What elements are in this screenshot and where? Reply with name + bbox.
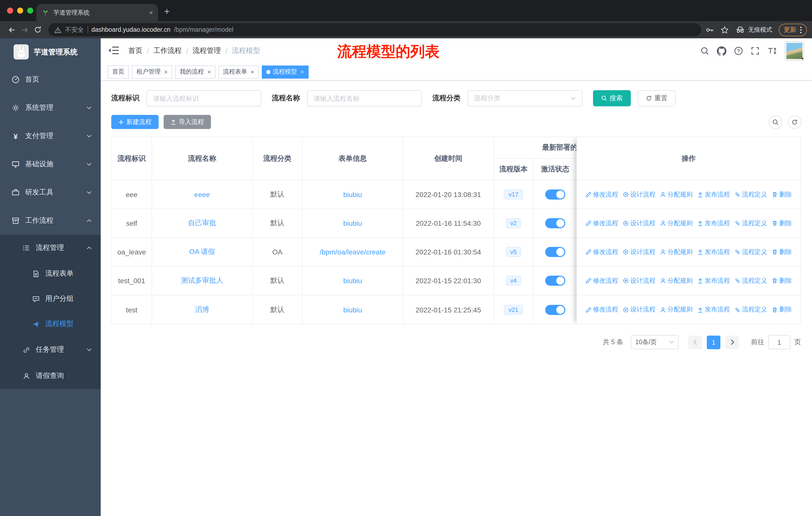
model-id-input[interactable]	[146, 90, 261, 106]
security-warning-icon[interactable]	[54, 26, 61, 33]
action-edit-link[interactable]: 修改流程	[585, 248, 618, 256]
action-assign-link[interactable]: 分配规则	[660, 190, 693, 199]
close-icon[interactable]: ×	[207, 68, 211, 75]
forward-icon[interactable]	[18, 23, 31, 36]
breadcrumb-item[interactable]: 流程管理	[193, 46, 221, 55]
action-design-link[interactable]: 设计流程	[623, 190, 656, 199]
sidebar-item-process-form[interactable]: 流程表单	[0, 261, 101, 286]
sidebar-item-payment[interactable]: ¥ 支付管理	[0, 122, 101, 150]
action-delete-link[interactable]: 删除	[772, 219, 792, 227]
close-icon[interactable]: ×	[251, 68, 254, 75]
toggle-search-icon-button[interactable]	[769, 115, 782, 129]
sidebar-item-home[interactable]: 首页	[0, 65, 101, 94]
sidebar-item-workflow[interactable]: 工作流程	[0, 207, 101, 235]
next-page-button[interactable]	[725, 335, 739, 349]
active-toggle[interactable]	[545, 276, 565, 286]
browser-tab[interactable]: 芋道管理系统 ×	[36, 4, 158, 21]
breadcrumb-item[interactable]: 首页	[128, 46, 142, 55]
action-assign-link[interactable]: 分配规则	[660, 219, 693, 227]
sidebar-logo[interactable]: 芋道管理系统	[0, 38, 101, 65]
sidebar-item-devtools[interactable]: 研发工具	[0, 179, 101, 207]
action-design-link[interactable]: 设计流程	[623, 276, 656, 285]
action-assign-link[interactable]: 分配规则	[660, 305, 693, 314]
github-icon[interactable]	[717, 46, 726, 56]
action-design-link[interactable]: 设计流程	[623, 219, 656, 227]
action-definition-link[interactable]: 流程定义	[734, 305, 767, 314]
tags-view-item[interactable]: 流程表单×	[219, 65, 259, 78]
action-edit-link[interactable]: 修改流程	[585, 190, 618, 199]
security-label[interactable]: 不安全	[65, 25, 84, 34]
form-info-link[interactable]: /bpm/oa/leave/create	[320, 248, 386, 256]
sidebar-item-task-mgmt[interactable]: 任务管理	[0, 336, 101, 363]
tab-close-icon[interactable]: ×	[149, 8, 153, 17]
prev-page-button[interactable]	[688, 335, 702, 349]
model-name-link[interactable]: 滔博	[195, 305, 209, 314]
action-edit-link[interactable]: 修改流程	[585, 219, 618, 227]
action-definition-link[interactable]: 流程定义	[734, 248, 767, 256]
model-name-link[interactable]: OA 请假	[189, 247, 215, 256]
sidebar-item-process-mgmt[interactable]: 流程管理	[0, 235, 101, 261]
action-delete-link[interactable]: 删除	[772, 190, 792, 199]
hamburger-icon[interactable]	[108, 45, 120, 56]
category-select[interactable]: 流程分类	[468, 90, 582, 106]
back-icon[interactable]	[5, 23, 18, 36]
model-name-link[interactable]: eeee	[194, 190, 210, 198]
action-design-link[interactable]: 设计流程	[623, 305, 656, 314]
reset-button[interactable]: 重置	[638, 90, 675, 106]
tags-view-item[interactable]: 租户管理×	[132, 65, 172, 78]
form-info-link[interactable]: biubiu	[343, 219, 362, 227]
action-edit-link[interactable]: 修改流程	[585, 305, 618, 314]
model-name-link[interactable]: 自己审批	[188, 219, 216, 228]
action-delete-link[interactable]: 删除	[772, 276, 792, 285]
update-label[interactable]: 更新	[784, 25, 796, 34]
reload-icon[interactable]	[31, 23, 44, 36]
menu-dots-icon[interactable]	[800, 26, 802, 33]
breadcrumb-item[interactable]: 工作流程	[153, 46, 182, 55]
action-publish-link[interactable]: 发布流程	[697, 190, 730, 199]
active-toggle[interactable]	[545, 247, 565, 257]
help-icon[interactable]: ?	[734, 46, 743, 55]
sidebar-item-system[interactable]: 系统管理	[0, 94, 101, 122]
new-tab-button[interactable]: +	[164, 6, 170, 17]
form-info-link[interactable]: biubiu	[343, 190, 362, 198]
address-bar[interactable]: 不安全 dashboard.yudao.iocoder.cn/bpm/manag…	[48, 23, 701, 36]
page-number-button[interactable]: 1	[707, 335, 720, 349]
action-design-link[interactable]: 设计流程	[623, 248, 656, 256]
create-process-button[interactable]: 新建流程	[111, 115, 158, 129]
action-delete-link[interactable]: 删除	[772, 248, 792, 256]
action-definition-link[interactable]: 流程定义	[734, 219, 767, 227]
action-assign-link[interactable]: 分配规则	[660, 276, 693, 285]
action-definition-link[interactable]: 流程定义	[734, 276, 767, 285]
window-minimize-button[interactable]	[17, 7, 23, 13]
refresh-table-icon-button[interactable]	[788, 115, 802, 129]
window-close-button[interactable]	[7, 7, 13, 13]
tags-view-item[interactable]: 流程模型×	[262, 65, 309, 78]
avatar[interactable]: ▾	[785, 41, 804, 60]
action-edit-link[interactable]: 修改流程	[585, 276, 618, 285]
action-publish-link[interactable]: 发布流程	[697, 305, 730, 314]
sidebar-item-user-group[interactable]: 用户分组	[0, 286, 101, 311]
active-toggle[interactable]	[545, 305, 565, 315]
sidebar-item-infra[interactable]: 基础设施	[0, 150, 101, 179]
tags-view-item[interactable]: 我的流程×	[175, 65, 215, 78]
model-name-input[interactable]	[307, 90, 422, 106]
action-delete-link[interactable]: 删除	[772, 305, 792, 314]
search-icon[interactable]	[700, 46, 709, 55]
import-process-button[interactable]: 导入流程	[164, 115, 211, 129]
page-size-select[interactable]: 10条/页	[631, 335, 678, 349]
action-publish-link[interactable]: 发布流程	[697, 219, 730, 227]
update-chip[interactable]: 更新	[779, 23, 807, 36]
close-icon[interactable]: ×	[300, 68, 304, 75]
bookmark-star-icon[interactable]	[720, 25, 729, 34]
tags-view-item[interactable]: 首页	[108, 65, 129, 78]
window-zoom-button[interactable]	[27, 7, 33, 13]
action-publish-link[interactable]: 发布流程	[697, 276, 730, 285]
active-toggle[interactable]	[545, 218, 565, 228]
font-size-icon[interactable]	[767, 47, 777, 55]
form-info-link[interactable]: biubiu	[343, 306, 362, 314]
active-toggle[interactable]	[545, 189, 565, 199]
action-assign-link[interactable]: 分配规则	[660, 248, 693, 256]
close-icon[interactable]: ×	[164, 68, 168, 75]
action-publish-link[interactable]: 发布流程	[697, 248, 730, 256]
fullscreen-icon[interactable]	[751, 46, 760, 55]
